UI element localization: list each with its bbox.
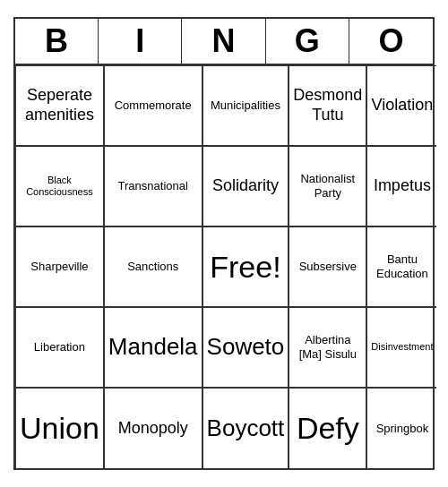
bingo-cell: Free! bbox=[202, 226, 289, 307]
bingo-cell: Violation bbox=[366, 65, 436, 146]
bingo-cell: Monopoly bbox=[104, 388, 202, 468]
bingo-cell: Subsersive bbox=[289, 226, 366, 307]
bingo-cell: Defy bbox=[289, 388, 366, 468]
cell-text: Commemorate bbox=[115, 98, 192, 113]
header-letter: N bbox=[182, 19, 265, 64]
bingo-cell: Mandela bbox=[104, 307, 202, 388]
bingo-cell: Soweto bbox=[202, 307, 289, 388]
bingo-card: BINGO Seperate amenitiesCommemorateMunic… bbox=[13, 17, 435, 470]
cell-text: Black Consciousness bbox=[20, 175, 99, 198]
cell-text: Desmond Tutu bbox=[293, 86, 362, 124]
cell-text: Sharpeville bbox=[30, 260, 88, 274]
cell-text: Springbok bbox=[376, 422, 429, 436]
bingo-cell: Boycott bbox=[202, 388, 289, 468]
bingo-cell: Liberation bbox=[15, 307, 104, 388]
bingo-cell: Desmond Tutu bbox=[289, 65, 366, 146]
bingo-cell: Commemorate bbox=[104, 65, 202, 146]
cell-text: Seperate amenities bbox=[20, 86, 99, 124]
bingo-grid: Seperate amenitiesCommemorateMunicipalit… bbox=[15, 65, 433, 468]
header-letter: B bbox=[15, 19, 99, 64]
bingo-cell: Seperate amenities bbox=[15, 65, 104, 146]
cell-text: Mandela bbox=[108, 333, 198, 361]
cell-text: Monopoly bbox=[118, 419, 188, 439]
cell-text: Disinvestment bbox=[371, 341, 433, 353]
bingo-cell: Albertina [Ma] Sisulu bbox=[289, 307, 366, 388]
cell-text: Sanctions bbox=[127, 260, 178, 274]
bingo-cell: Disinvestment bbox=[366, 307, 436, 388]
cell-text: Soweto bbox=[207, 333, 285, 361]
cell-text: Boycott bbox=[207, 414, 285, 442]
cell-text: Albertina [Ma] Sisulu bbox=[293, 333, 362, 361]
cell-text: Nationalist Party bbox=[293, 172, 362, 200]
cell-text: Free! bbox=[210, 249, 280, 286]
bingo-cell: Sanctions bbox=[104, 226, 202, 307]
cell-text: Solidarity bbox=[212, 176, 279, 196]
bingo-cell: Sharpeville bbox=[15, 226, 104, 307]
cell-text: Impetus bbox=[374, 176, 431, 196]
cell-text: Liberation bbox=[34, 340, 85, 355]
bingo-header: BINGO bbox=[15, 19, 433, 65]
bingo-cell: Nationalist Party bbox=[289, 146, 366, 226]
header-letter: O bbox=[349, 19, 433, 64]
header-letter: I bbox=[99, 19, 182, 64]
cell-text: Union bbox=[20, 410, 99, 447]
cell-text: Violation bbox=[372, 96, 434, 115]
bingo-cell: Bantu Education bbox=[366, 226, 436, 307]
bingo-cell: Union bbox=[15, 388, 104, 468]
bingo-cell: Black Consciousness bbox=[15, 146, 104, 226]
cell-text: Subsersive bbox=[299, 260, 357, 274]
bingo-cell: Municipalities bbox=[202, 65, 289, 146]
header-letter: G bbox=[266, 19, 349, 64]
cell-text: Municipalities bbox=[211, 98, 280, 113]
bingo-cell: Solidarity bbox=[202, 146, 289, 226]
bingo-cell: Springbok bbox=[366, 388, 436, 468]
bingo-cell: Transnational bbox=[104, 146, 202, 226]
cell-text: Bantu Education bbox=[371, 252, 433, 280]
bingo-cell: Impetus bbox=[366, 146, 436, 226]
cell-text: Defy bbox=[297, 410, 359, 447]
cell-text: Transnational bbox=[118, 179, 188, 193]
